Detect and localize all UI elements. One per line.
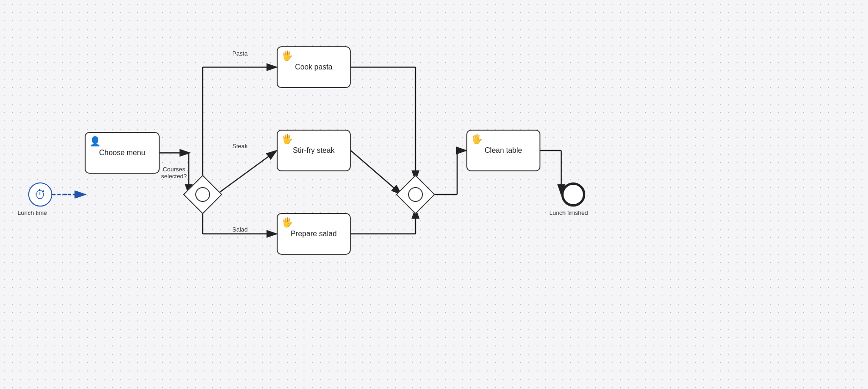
gateway-merge (396, 175, 435, 214)
gateway-inner-circle (195, 187, 210, 202)
hand-icon-2: 🖐 (281, 133, 293, 144)
task-stir-fry-steak-label: Stir-fry steak (293, 146, 335, 156)
gateway-merge-inner (408, 187, 423, 202)
person-icon: 👤 (89, 136, 101, 147)
svg-line-14 (351, 151, 402, 194)
task-clean-table-label: Clean table (485, 146, 522, 156)
bpmn-diagram: ⏱ Lunch time 👤 Choose menu Courses selec… (0, 0, 868, 389)
hand-icon-4: 🖐 (471, 133, 483, 144)
clock-icon: ⏱ (34, 188, 46, 202)
task-clean-table: 🖐 Clean table (466, 130, 540, 171)
start-event-lunch-time: ⏱ (28, 182, 52, 207)
hand-icon-1: 🖐 (281, 50, 293, 61)
gateway-courses-selected (183, 175, 223, 214)
edge-label-pasta: Pasta (232, 50, 248, 57)
task-stir-fry-steak: 🖐 Stir-fry steak (277, 130, 351, 171)
edge-label-salad: Salad (232, 226, 248, 233)
task-cook-pasta-label: Cook pasta (295, 63, 333, 72)
task-prepare-salad: 🖐 Prepare salad (277, 213, 351, 255)
end-event-lunch-finished (561, 182, 585, 207)
task-prepare-salad-label: Prepare salad (291, 229, 337, 239)
edge-label-steak: Steak (232, 143, 248, 150)
hand-icon-3: 🖐 (281, 217, 293, 228)
svg-line-9 (217, 151, 277, 194)
end-event-label: Lunch finished (549, 209, 588, 216)
task-choose-menu: 👤 Choose menu (85, 132, 160, 174)
task-cook-pasta: 🖐 Cook pasta (277, 46, 351, 88)
start-event-label: Lunch time (18, 209, 47, 216)
task-choose-menu-label: Choose menu (99, 148, 145, 158)
gateway-courses-selected-label: Courses selected? (158, 166, 190, 180)
